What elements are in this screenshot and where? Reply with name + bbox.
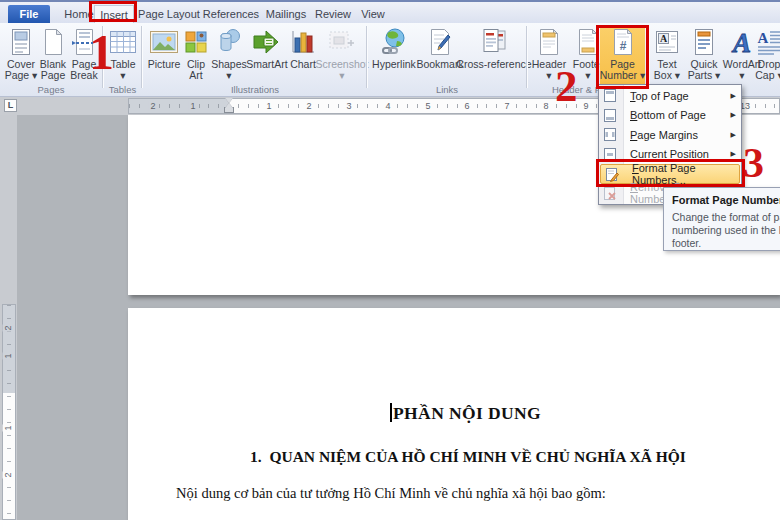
group-label-pages: Pages — [2, 84, 100, 95]
ruler-number: 2 — [304, 101, 313, 111]
doc-section-heading[interactable]: 1. QUAN NIỆM CỦA HỒ CHÍ MINH VỀ CHỦ NGHĨ… — [250, 448, 686, 466]
ruler-number: 3 — [344, 101, 353, 111]
group-separator — [141, 26, 143, 88]
tooltip-title: Format Page Number — [672, 194, 780, 206]
ruler-number: 6 — [462, 101, 471, 111]
ruler-number: 5 — [423, 101, 432, 111]
page-number-icon: # — [611, 25, 635, 59]
smartart-label: SmartArt — [246, 59, 287, 70]
bookmark-icon — [427, 25, 453, 59]
cover-page-button[interactable]: Cover Page ▾ — [4, 25, 38, 91]
doc-heading[interactable]: PHẦN NỘI DUNG — [393, 403, 541, 424]
menu-item-bottom-of-page[interactable]: Bottom of Page ▶ — [599, 106, 741, 126]
screenshot-button: Screenshot ▾ — [318, 25, 366, 91]
top-of-page-icon — [603, 88, 617, 103]
wordart-label2: ▾ — [739, 70, 744, 81]
drop-cap-icon: A — [756, 25, 780, 59]
clip-art-label2: Art — [189, 70, 202, 81]
ruler-number: 9 — [581, 101, 590, 111]
tab-view[interactable]: View — [356, 5, 390, 24]
shapes-label2: ▾ — [226, 70, 231, 81]
ruler-number: 2 — [3, 324, 13, 331]
blank-page-icon — [41, 25, 65, 59]
ruler-number: 2 — [3, 471, 13, 478]
tab-insert[interactable]: Insert — [94, 5, 134, 24]
header-icon — [537, 25, 561, 59]
svg-text:#: # — [619, 39, 626, 53]
format-page-numbers-icon — [605, 167, 619, 182]
tab-references[interactable]: References — [202, 5, 260, 24]
document-page-2[interactable]: PHẦN NỘI DUNG 1. QUAN NIỆM CỦA HỒ CHÍ MI… — [128, 308, 780, 520]
chart-icon — [290, 25, 316, 59]
hyperlink-label: Hyperlink — [372, 59, 416, 70]
screenshot-icon — [328, 25, 356, 59]
hyperlink-button[interactable]: Hyperlink — [370, 25, 418, 91]
tooltip-line: Change the format of page — [672, 211, 780, 224]
format-page-number-tooltip: Format Page Number Change the format of … — [663, 187, 780, 251]
word-window: File Home Insert Page Layout References … — [0, 0, 780, 520]
page-break-button[interactable]: Page Break — [68, 25, 100, 91]
picture-button[interactable]: Picture — [146, 25, 182, 91]
chart-button[interactable]: Chart — [288, 25, 318, 91]
clip-art-icon — [184, 25, 208, 59]
group-label-links: Links — [368, 84, 526, 95]
tab-file[interactable]: File — [8, 5, 50, 24]
quick-parts-label2: Parts ▾ — [688, 70, 721, 81]
smartart-button[interactable]: SmartArt — [246, 25, 288, 91]
table-button[interactable]: Table ▾ — [106, 25, 140, 91]
submenu-arrow-icon: ▶ — [731, 111, 736, 119]
tooltip-line: footer. — [672, 237, 780, 250]
chart-label: Chart — [290, 59, 316, 70]
clip-art-button[interactable]: Clip Art — [182, 25, 210, 91]
header-button[interactable]: Header ▾ — [530, 25, 568, 91]
cross-reference-button[interactable]: Cross-reference — [462, 25, 526, 91]
smartart-icon — [252, 25, 282, 59]
ruler-number: 1 — [3, 352, 13, 359]
text-box-button[interactable]: A Text Box ▾ — [650, 25, 684, 91]
tooltip-line: numbering used in the hea — [672, 224, 780, 237]
menu-item-top-of-page[interactable]: Top of Page ▶ — [599, 86, 741, 106]
hyperlink-icon — [380, 25, 408, 59]
text-box-label2: Box ▾ — [654, 70, 680, 81]
group-label-tables: Tables — [104, 84, 141, 95]
svg-text:A: A — [731, 28, 751, 56]
text-cursor — [390, 403, 392, 422]
page-number-label2: Number ▾ — [600, 70, 646, 81]
quick-parts-button[interactable]: Quick Parts ▾ — [686, 25, 722, 91]
submenu-arrow-icon: ▶ — [731, 92, 736, 100]
table-label2: ▾ — [120, 70, 125, 81]
tab-stop-selector[interactable]: L — [4, 99, 17, 112]
text-box-icon: A — [654, 25, 680, 59]
doc-body-text[interactable]: Nội dung cơ bản của tư tưởng Hồ Chí Minh… — [176, 485, 606, 502]
page-break-label2: Break — [70, 70, 97, 81]
table-icon — [109, 25, 137, 59]
cover-page-icon — [9, 25, 33, 59]
shapes-icon — [215, 25, 243, 59]
tab-mailings[interactable]: Mailings — [262, 5, 310, 24]
indent-marker[interactable] — [225, 98, 234, 114]
ruler-number: 2 — [148, 101, 157, 111]
blank-page-label2: Page — [41, 70, 66, 81]
cover-page-label2: Page ▾ — [5, 70, 38, 81]
menu-item-page-margins[interactable]: Page Margins ▶ — [599, 125, 741, 145]
footer-label2: ▾ — [585, 70, 590, 81]
ruler-ticks — [7, 305, 11, 519]
drop-cap-button[interactable]: A Drop Cap ▾ — [752, 25, 780, 91]
ruler-number: 1 — [3, 424, 13, 431]
ruler-number: 8 — [541, 101, 550, 111]
svg-text:A: A — [660, 33, 668, 44]
screenshot-label2: ▾ — [339, 70, 344, 81]
page-number-button[interactable]: # Page Number ▾ — [600, 25, 645, 91]
footer-icon — [576, 25, 600, 59]
tab-page-layout[interactable]: Page Layout — [138, 5, 200, 24]
group-separator — [526, 26, 528, 88]
shapes-button[interactable]: Shapes ▾ — [212, 25, 246, 91]
group-label-illustrations: Illustrations — [144, 84, 366, 95]
tab-review[interactable]: Review — [312, 5, 354, 24]
group-separator — [366, 26, 368, 88]
vertical-ruler[interactable]: 2 1 1 2 — [2, 304, 16, 520]
cross-reference-label: Cross-reference — [456, 59, 531, 70]
header-label2: ▾ — [546, 70, 551, 81]
blank-page-button[interactable]: Blank Page — [38, 25, 68, 91]
submenu-arrow-icon: ▶ — [731, 131, 736, 139]
